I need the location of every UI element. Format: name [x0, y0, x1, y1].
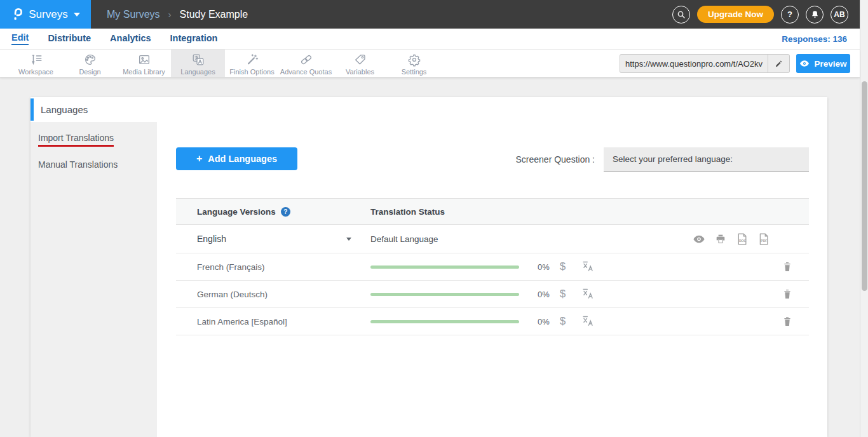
- breadcrumb-separator: ›: [168, 9, 172, 20]
- print-icon[interactable]: [715, 233, 726, 245]
- top-actions: Upgrade Now ? AB: [672, 0, 848, 29]
- eye-icon: [799, 60, 810, 67]
- search-button[interactable]: [672, 6, 690, 24]
- toolbar-label: Advance Quotas: [280, 68, 332, 76]
- trash-icon[interactable]: [782, 316, 792, 327]
- translation-progress-bar: [370, 320, 519, 323]
- survey-url-box: [620, 54, 790, 73]
- table-row-german: German (Deutsch) 0% $: [176, 281, 809, 308]
- menu-item-manual-translations[interactable]: Manual Translations: [31, 152, 157, 177]
- questionpro-logo-icon: [11, 6, 23, 23]
- image-icon: [137, 53, 151, 67]
- preview-label: Preview: [814, 59, 846, 69]
- svg-text:DOC: DOC: [739, 238, 747, 242]
- breadcrumb-my-surveys[interactable]: My Surveys: [107, 9, 160, 20]
- tab-distribute[interactable]: Distribute: [48, 33, 91, 44]
- toolbar-label: Variables: [346, 68, 374, 76]
- translate-icon[interactable]: [582, 315, 595, 328]
- surveys-menu[interactable]: Surveys: [0, 0, 91, 29]
- trash-icon[interactable]: [782, 288, 792, 300]
- search-icon: [676, 10, 686, 20]
- breadcrumb: My Surveys › Study Example: [107, 0, 248, 29]
- avatar[interactable]: AB: [831, 6, 848, 24]
- scrollbar-thumb[interactable]: [862, 81, 867, 291]
- table-row-latin-america: Latin America [Español] 0% $: [176, 308, 809, 335]
- translation-progress-bar: [370, 293, 519, 296]
- toolbar-label: Languages: [180, 68, 215, 76]
- active-section-indicator: [31, 98, 34, 121]
- questionpro-app: Surveys My Surveys › Study Example Upgra…: [0, 0, 860, 437]
- tab-edit[interactable]: Edit: [11, 32, 29, 45]
- toolbar-item-advance-quotas[interactable]: Advance Quotas: [279, 50, 333, 77]
- language-name: German (Deutsch): [197, 290, 268, 299]
- chevron-down-icon: [346, 238, 351, 241]
- toolbar-item-media-library[interactable]: Media Library: [117, 50, 171, 77]
- language-name: Latin America [Español]: [197, 317, 287, 326]
- translate-icon[interactable]: [582, 288, 595, 300]
- menu-item-import-translations[interactable]: Import Translations: [31, 127, 157, 152]
- help-button[interactable]: ?: [781, 6, 799, 24]
- edit-url-button[interactable]: [768, 55, 789, 72]
- dollar-icon[interactable]: $: [560, 288, 566, 300]
- toolbar-label: Workspace: [18, 68, 53, 76]
- brand-label: Surveys: [29, 8, 67, 21]
- magic-wand-icon: [245, 53, 259, 67]
- toolbar-label: Settings: [402, 68, 427, 76]
- translation-progress-bar: [370, 266, 519, 269]
- preview-button[interactable]: Preview: [796, 54, 850, 73]
- breadcrumb-current-survey: Study Example: [180, 9, 248, 20]
- tab-analytics[interactable]: Analytics: [110, 33, 151, 44]
- preview-eye-icon[interactable]: [693, 234, 705, 244]
- top-bar: Surveys My Surveys › Study Example Upgra…: [0, 0, 860, 29]
- chevron-down-icon: [74, 13, 80, 17]
- main-area: Languages Import Translations Manual Tra…: [0, 77, 860, 437]
- survey-nav: Edit Distribute Analytics Integration Re…: [0, 29, 860, 50]
- edit-toolbar: Workspace Design Media Library: [0, 50, 860, 77]
- translate-squares-icon: [191, 53, 205, 67]
- tab-integration[interactable]: Integration: [170, 33, 218, 44]
- toolbar-item-workspace[interactable]: Workspace: [9, 50, 63, 77]
- help-icon[interactable]: ?: [281, 207, 290, 217]
- toolbar-item-languages[interactable]: Languages: [171, 50, 225, 77]
- survey-url-input[interactable]: [620, 59, 768, 69]
- progress-percent: 0%: [538, 290, 550, 299]
- dollar-icon[interactable]: $: [560, 315, 566, 328]
- translate-icon[interactable]: [582, 260, 595, 273]
- screener-question-group: Screener Question : Select your preferre…: [515, 147, 809, 171]
- col-language-versions: Language Versions: [197, 207, 276, 217]
- card-title-row: Languages: [31, 97, 827, 122]
- languages-side-menu: Import Translations Manual Translations: [31, 122, 157, 437]
- trash-icon[interactable]: [782, 261, 792, 272]
- screener-question-label: Screener Question :: [515, 154, 595, 165]
- languages-content: + Add Languages Screener Question : Sele…: [157, 122, 827, 437]
- export-doc-icon[interactable]: DOC: [736, 232, 748, 246]
- toolbar-label: Finish Options: [229, 68, 274, 76]
- vertical-scrollbar[interactable]: [860, 0, 868, 437]
- dollar-icon[interactable]: $: [560, 260, 566, 273]
- workspace-icon: [29, 53, 43, 67]
- toolbar-item-variables[interactable]: Variables: [333, 50, 387, 77]
- import-translations-label: Import Translations: [38, 133, 114, 147]
- language-name: French (Français): [197, 262, 265, 272]
- toolbar-item-settings[interactable]: Settings: [387, 50, 441, 77]
- default-language-status: Default Language: [370, 234, 438, 244]
- toolbar-item-finish-options[interactable]: Finish Options: [225, 50, 279, 77]
- screener-question-select[interactable]: Select your preferred language:: [604, 147, 809, 171]
- table-header: Language Versions ? Translation Status: [176, 198, 809, 225]
- export-pdf-icon[interactable]: PDF: [757, 232, 770, 246]
- progress-percent: 0%: [538, 317, 550, 326]
- bell-icon: [810, 10, 820, 19]
- default-language-dropdown[interactable]: English: [176, 234, 370, 244]
- upgrade-now-button[interactable]: Upgrade Now: [697, 6, 774, 23]
- palette-icon: [83, 53, 97, 67]
- pencil-icon: [775, 59, 783, 68]
- add-languages-button[interactable]: + Add Languages: [176, 147, 297, 170]
- toolbar-item-design[interactable]: Design: [63, 50, 117, 77]
- survey-url-group: Preview: [620, 54, 850, 73]
- responses-count[interactable]: Responses: 136: [782, 34, 847, 44]
- col-translation-status: Translation Status: [370, 207, 809, 217]
- gear-icon: [407, 53, 421, 67]
- toolbar-label: Design: [79, 68, 100, 76]
- notifications-button[interactable]: [806, 6, 824, 24]
- progress-percent: 0%: [538, 262, 550, 272]
